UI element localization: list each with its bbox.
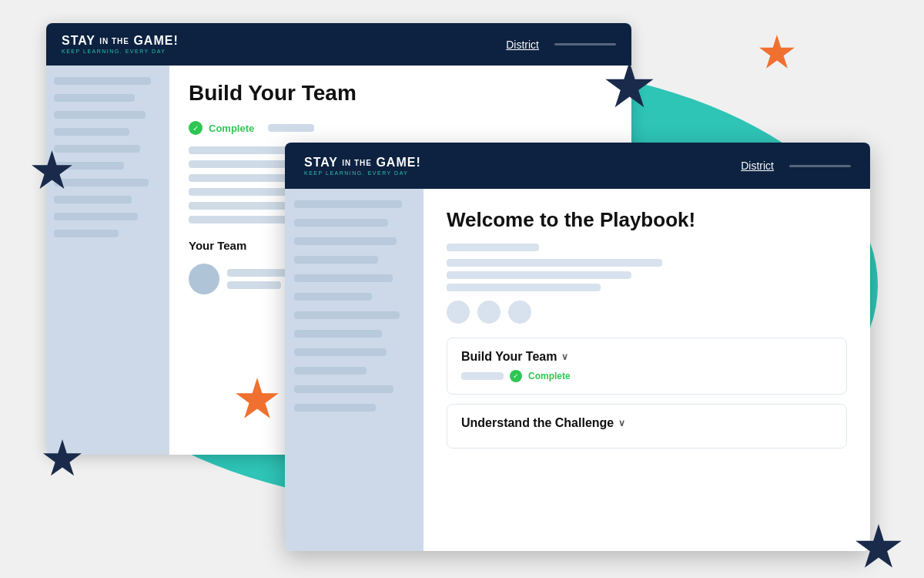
front-sidebar-item-6[interactable]	[294, 293, 372, 301]
card-title-build-your-team: Build Your Team ∨	[461, 350, 832, 364]
sidebar-item-10[interactable]	[54, 230, 119, 237]
circle-3	[508, 301, 531, 324]
nav-bar-line-back	[554, 43, 616, 45]
front-sidebar-item-10[interactable]	[294, 367, 367, 375]
front-placeholder-3	[447, 271, 631, 279]
card-complete-label: Complete	[528, 371, 571, 381]
sidebar-item-2[interactable]	[54, 94, 135, 102]
card-understand-challenge[interactable]: Understand the Challenge ∨	[447, 404, 847, 449]
front-sidebar-item-12[interactable]	[294, 404, 376, 412]
sidebar-back	[46, 66, 169, 455]
sidebar-item-5[interactable]	[54, 145, 140, 153]
front-sidebar-item-2[interactable]	[294, 219, 388, 227]
nav-right-front: District	[741, 160, 851, 172]
avatar-circle	[189, 264, 219, 294]
chevron-down-icon-1: ∨	[561, 351, 568, 362]
card-title-understand-challenge: Understand the Challenge ∨	[461, 416, 832, 430]
circle-2	[477, 301, 500, 324]
front-sidebar-items	[285, 189, 424, 434]
logo-sub-front: KEEP LEARNING. EVERY DAY	[304, 170, 421, 176]
placeholder-rect-1	[268, 124, 314, 132]
sidebar-item-7[interactable]	[54, 179, 149, 187]
navbar-back: STAY IN THE GAME! KEEP LEARNING. EVERY D…	[46, 23, 631, 66]
sidebar-item-8[interactable]	[54, 196, 132, 203]
front-placeholder-1	[447, 244, 539, 251]
welcome-title: Welcome to the Playbook!	[447, 208, 847, 232]
front-sidebar-item-4[interactable]	[294, 256, 378, 264]
sidebar-items-back	[46, 66, 169, 258]
check-icon-card: ✓	[510, 370, 522, 382]
logo-main-back: STAY IN THE GAME!	[62, 35, 179, 47]
sidebar-item-4[interactable]	[54, 128, 129, 136]
navbar-front: STAY IN THE GAME! KEEP LEARNING. EVERY D…	[285, 143, 870, 189]
nav-right-back: District	[506, 39, 616, 51]
circle-1	[447, 301, 470, 324]
front-placeholder-4	[447, 284, 601, 291]
sidebar-item-9[interactable]	[54, 213, 138, 220]
front-sidebar-item-7[interactable]	[294, 311, 400, 319]
front-content: Welcome to the Playbook! Build Your Team…	[285, 189, 870, 551]
card-build-your-team[interactable]: Build Your Team ∨ ✓ Complete	[447, 338, 847, 395]
avatar-line-2	[227, 281, 281, 289]
front-sidebar	[285, 189, 424, 551]
logo-area-front: STAY IN THE GAME! KEEP LEARNING. EVERY D…	[304, 156, 421, 176]
front-placeholder-2	[447, 259, 662, 267]
check-icon-back: ✓	[189, 121, 203, 135]
front-sidebar-item-11[interactable]	[294, 385, 393, 393]
front-sidebar-item-8[interactable]	[294, 330, 382, 338]
logo-area-back: STAY IN THE GAME! KEEP LEARNING. EVERY D…	[62, 35, 179, 54]
card-complete-pill	[461, 372, 504, 380]
complete-row-back: ✓ Complete	[189, 121, 612, 135]
sidebar-item-1[interactable]	[54, 77, 151, 85]
nav-district-back[interactable]: District	[506, 39, 539, 51]
circles-row	[447, 301, 847, 324]
nav-district-front[interactable]: District	[741, 160, 774, 172]
sidebar-item-3[interactable]	[54, 111, 146, 119]
front-sidebar-item-5[interactable]	[294, 274, 393, 282]
front-sidebar-item-3[interactable]	[294, 237, 397, 245]
front-sidebar-item-9[interactable]	[294, 348, 387, 356]
logo-sub-back: KEEP LEARNING. EVERY DAY	[62, 49, 179, 54]
page-title-back: Build Your Team	[189, 81, 612, 106]
chevron-down-icon-2: ∨	[618, 418, 625, 428]
card-complete-row-1: ✓ Complete	[461, 370, 832, 382]
front-main: Welcome to the Playbook! Build Your Team…	[424, 189, 870, 551]
browser-front: STAY IN THE GAME! KEEP LEARNING. EVERY D…	[285, 143, 870, 551]
complete-label-back: Complete	[209, 123, 254, 134]
logo-main-front: STAY IN THE GAME!	[304, 156, 421, 169]
front-sidebar-item-1[interactable]	[294, 200, 402, 208]
star-decoration-3	[758, 35, 795, 72]
nav-bar-line-front	[789, 165, 851, 167]
